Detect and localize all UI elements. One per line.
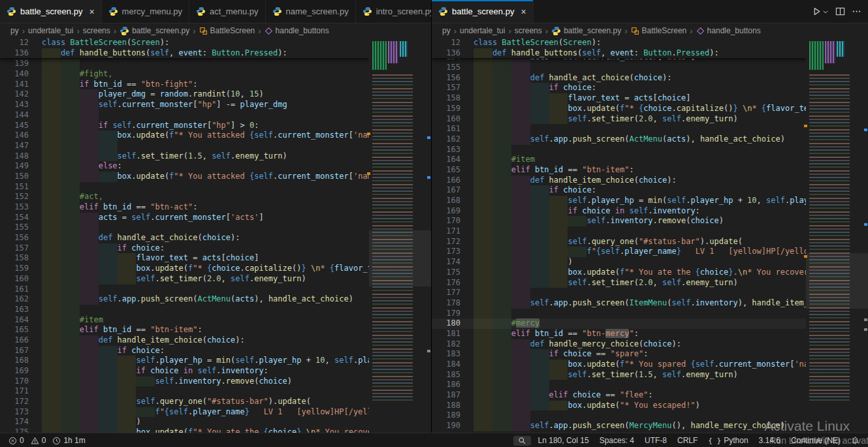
tab-act_menu.py[interactable]: act_menu.py [189, 0, 265, 23]
code-line[interactable]: 188box.update("* You escaped!") [432, 401, 806, 411]
code-line[interactable]: 182def handle_mercy_choice(choice): [432, 339, 806, 350]
breadcrumb-item[interactable]: screens [515, 26, 542, 35]
code-line[interactable]: 144 [0, 110, 369, 121]
code-line[interactable]: 155 [432, 63, 806, 73]
code-line[interactable]: 156def handle_act_choice(choice): [432, 73, 806, 84]
code-line[interactable]: 148self.set_timer(1.5, self.enemy_turn) [0, 151, 369, 162]
code-line[interactable]: 155 [0, 223, 369, 233]
tab-name_screen.py[interactable]: name_screen.py [266, 0, 356, 23]
code-line[interactable]: 175box.update(f"* You ate the {choice}.\… [0, 427, 369, 433]
breadcrumb-item[interactable]: battle_screen.py [551, 26, 621, 36]
code-line[interactable]: 146box.update(f"* You attacked {self.cur… [0, 131, 369, 141]
code-line[interactable]: 174) [432, 257, 806, 268]
code-line[interactable]: 161 [0, 285, 369, 295]
code-line[interactable]: 165elif btn_id == "btn-item": [0, 325, 369, 335]
code-line[interactable]: 152#act, [0, 192, 369, 202]
code-line[interactable]: 170self.inventory.remove(choice) [432, 216, 806, 226]
code-line[interactable]: 156def handle_act_choice(choice): [0, 233, 369, 243]
code-line[interactable]: 184box.update(f"* You spared {self.curre… [432, 360, 806, 370]
tab-mercy_menu.py[interactable]: mercy_menu.py [102, 0, 189, 23]
close-icon[interactable]: × [521, 7, 526, 16]
tab-battle_screen.py[interactable]: battle_screen.py× [432, 0, 534, 23]
breadcrumb-item[interactable]: BattleScreen [199, 26, 255, 35]
code-line[interactable]: 167if choice: [432, 185, 806, 196]
breadcrumb-item[interactable]: undertale_tui [460, 26, 505, 35]
minimap[interactable] [806, 38, 868, 433]
code-line[interactable]: 179 [432, 309, 806, 319]
code-line[interactable]: 162self.app.push_screen(ActMenu(acts), h… [0, 294, 369, 305]
code-line[interactable]: 177 [432, 288, 806, 298]
code-line[interactable]: 186 [432, 380, 806, 390]
code-line[interactable]: 162self.app.push_screen(ActMenu(acts), h… [432, 134, 806, 145]
code-line[interactable]: 159box.update(f"* {choice.capitalize()} … [0, 264, 369, 274]
code-line[interactable]: 143self.current_monster["hp"] -= player_… [0, 100, 369, 110]
code-line[interactable]: 185self.set_timer(1.5, self.enemy_turn) [432, 370, 806, 380]
minimap[interactable] [369, 38, 431, 433]
code-line[interactable]: 157if choice: [432, 83, 806, 93]
code-line[interactable]: 139 [0, 59, 369, 69]
code-line[interactable]: 176self.set_timer(2.0, self.enemy_turn) [432, 278, 806, 288]
code-line[interactable]: 166def handle_item_choice(choice): [432, 176, 806, 186]
code-line[interactable]: 171 [432, 226, 806, 237]
code-line[interactable]: 154acts = self.current_monster['acts'] [0, 213, 369, 223]
continue-extension[interactable]: Continue (NE) [788, 436, 844, 445]
code-line[interactable]: 158flavor_text = acts[choice] [432, 93, 806, 104]
code-line[interactable]: 166def handle_item_choice(choice): [0, 335, 369, 346]
code-line[interactable]: 136def handle_buttons(self, event: Butto… [0, 48, 369, 59]
sticky-scroll[interactable]: 12class BattleScreen(Screen):136def hand… [0, 38, 369, 59]
breadcrumb-item[interactable]: py [442, 26, 451, 35]
zoom-indicator[interactable] [513, 436, 531, 446]
code-line[interactable]: 180#mercy [432, 318, 806, 329]
code-line[interactable]: 171 [0, 386, 369, 397]
code-line[interactable]: 164#item [0, 315, 369, 326]
code-line[interactable]: 169if choice in self.inventory: [0, 366, 369, 377]
breadcrumb-item[interactable]: undertale_tui [28, 26, 73, 35]
code-line[interactable]: 169if choice in self.inventory: [432, 206, 806, 217]
code-line[interactable]: 160self.set_timer(2.0, self.enemy_turn) [0, 274, 369, 285]
eol[interactable]: CRLF [674, 436, 701, 445]
code-line[interactable]: 168self.player_hp = min(self.player_hp +… [432, 196, 806, 206]
code-line[interactable]: 12class BattleScreen(Screen): [432, 38, 806, 48]
code-line[interactable]: 153elif btn_id == "btn-act": [0, 202, 369, 213]
indentation[interactable]: Spaces: 4 [596, 436, 637, 445]
code-line[interactable]: 142player_dmg = random.randint(10, 15) [0, 89, 369, 100]
code-line[interactable]: 164#item [432, 155, 806, 165]
editor[interactable]: 12class BattleScreen(Screen):136def hand… [432, 38, 868, 433]
minimap-slider[interactable] [369, 230, 431, 286]
code-line[interactable]: 149else: [0, 161, 369, 172]
code-line[interactable]: 158flavor_text = acts[choice] [0, 253, 369, 264]
cursor-position[interactable]: Ln 180, Col 15 [535, 436, 592, 445]
code-line[interactable]: 170self.inventory.remove(choice) [0, 377, 369, 387]
more-actions-button[interactable] [852, 7, 861, 16]
notifications-bell[interactable] [848, 437, 863, 445]
run-button[interactable] [812, 7, 829, 16]
code-line[interactable]: 181elif btn_id == "btn-mercy": [432, 329, 806, 339]
problems-warnings[interactable]: 0 [27, 436, 50, 445]
python-version[interactable]: 3.14.6 [756, 436, 784, 445]
code-line[interactable]: 145if self.current_monster["hp"] > 0: [0, 121, 369, 131]
code-line[interactable]: 173f"{self.player_name} LV 1 [yellow]HP[… [432, 247, 806, 257]
language-mode[interactable]: { }Python [705, 436, 751, 445]
sticky-scroll[interactable]: 12class BattleScreen(Screen):136def hand… [432, 38, 806, 59]
code-line[interactable]: 140#fight, [0, 69, 369, 80]
code-line[interactable]: 136def handle_buttons(self, event: Butto… [432, 48, 806, 59]
code-line[interactable]: 163 [432, 145, 806, 155]
code-line[interactable]: 12class BattleScreen(Screen): [0, 38, 369, 48]
close-icon[interactable]: × [89, 7, 94, 16]
breadcrumb-item[interactable]: BattleScreen [631, 26, 687, 35]
code-line[interactable]: 160self.set_timer(2.0, self.enemy_turn) [432, 114, 806, 125]
breadcrumb-item[interactable]: handle_buttons [265, 26, 329, 35]
code-line[interactable]: 141if btn_id == "btn-fight": [0, 80, 369, 90]
code-line[interactable]: 168self.player_hp = min(self.player_hp +… [0, 356, 369, 366]
tab-intro_screen.py[interactable]: intro_screen.py [356, 0, 431, 23]
problems-errors[interactable]: 0 [5, 436, 27, 445]
breadcrumb-item[interactable]: handle_buttons [696, 26, 761, 35]
code-line[interactable]: 190self.app.push_screen(MercyMenu(), han… [432, 421, 806, 431]
code-line[interactable]: 151 [0, 182, 369, 193]
time-tracker[interactable]: 1h 1m [49, 436, 88, 445]
code-line[interactable]: 157if choice: [0, 243, 369, 254]
breadcrumb-item[interactable]: battle_screen.py [120, 26, 189, 36]
code-line[interactable]: 165elif btn_id == "btn-item": [432, 165, 806, 176]
code-line[interactable]: 175box.update(f"* You ate the {choice}.\… [432, 268, 806, 278]
code-line[interactable]: 172self.query_one("#status-bar").update( [0, 397, 369, 407]
